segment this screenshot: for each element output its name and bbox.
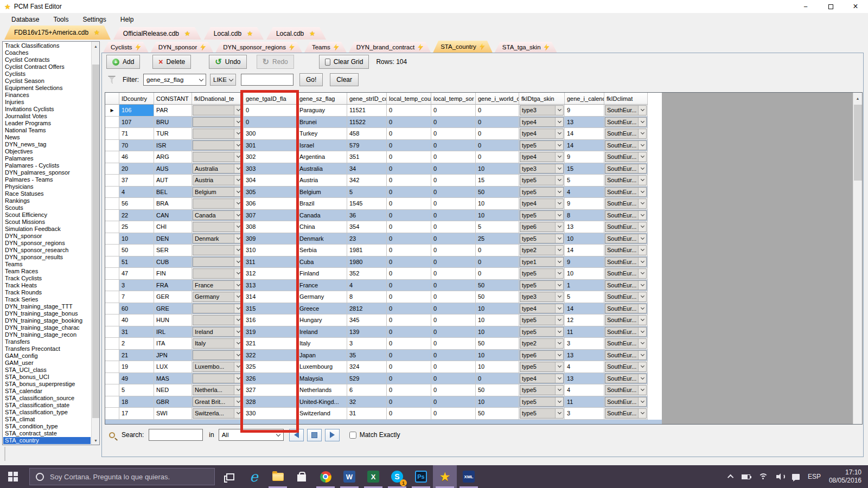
grid-cell-local_temp_sor[interactable]: 0 bbox=[431, 221, 476, 233]
grid-cell-fkIDtga_skin[interactable]: type5 bbox=[519, 187, 565, 198]
grid-cell-local_temp_sor[interactable]: 0 bbox=[431, 326, 476, 338]
grid-cell-IDcountry[interactable]: 10 bbox=[119, 233, 154, 245]
word-icon[interactable]: W bbox=[337, 465, 361, 488]
cell-dropdown[interactable] bbox=[193, 268, 242, 279]
sidebar-item-Cyclist Season[interactable]: Cyclist Season bbox=[3, 78, 91, 85]
row-indicator[interactable] bbox=[105, 210, 119, 222]
grid-cell-local_temp_sor[interactable]: 0 bbox=[431, 314, 476, 326]
grid-cell-gene_i_calenda[interactable]: 12 bbox=[565, 314, 604, 326]
grid-cell-fkIDclimat[interactable]: SouthEur... bbox=[604, 117, 648, 129]
grid-cell-fkIDtga_skin[interactable]: type5 bbox=[519, 210, 565, 222]
cell-dropdown[interactable]: type5 bbox=[520, 385, 564, 395]
grid-cell-gene_i_calenda[interactable]: 14 bbox=[565, 128, 604, 140]
grid-cell-gene_i_calenda[interactable]: 13 bbox=[565, 350, 604, 362]
grid-cell-gene_i_calenda[interactable]: 9 bbox=[565, 198, 604, 210]
grid-cell-CONSTANT[interactable]: JPN bbox=[154, 350, 192, 362]
grid-cell-fkIDtga_skin[interactable]: type1 bbox=[519, 256, 565, 268]
grid-cell-gene_i_calenda[interactable]: 11 bbox=[565, 326, 604, 338]
grid-cell-fkIDclimat[interactable]: SouthEur... bbox=[604, 140, 648, 152]
grid-cell-gene_sz_flag[interactable]: Cuba bbox=[297, 256, 347, 268]
cell-dropdown[interactable] bbox=[193, 140, 242, 151]
cell-dropdown[interactable]: type1 bbox=[520, 257, 564, 267]
cell-dropdown[interactable]: type5 bbox=[520, 280, 564, 291]
grid-cell-CONSTANT[interactable]: NED bbox=[154, 384, 192, 396]
grid-cell-IDcountry[interactable]: 60 bbox=[119, 303, 154, 315]
grid-cell-gene_strID_cou[interactable]: 11521 bbox=[347, 105, 387, 117]
grid-cell-local_temp_sor[interactable]: 0 bbox=[431, 210, 476, 222]
grid-cell-local_temp_cou[interactable]: 0 bbox=[387, 314, 431, 326]
row-indicator[interactable] bbox=[105, 128, 119, 140]
cell-dropdown[interactable]: SouthEur... bbox=[605, 257, 647, 267]
cell-dropdown[interactable]: type5 bbox=[520, 315, 564, 325]
row-indicator[interactable] bbox=[105, 175, 119, 187]
row-indicator[interactable] bbox=[105, 256, 119, 268]
filter-column-select[interactable]: gene_sz_flag bbox=[143, 74, 206, 86]
grid-cell-IDcountry[interactable]: 19 bbox=[119, 361, 154, 373]
grid-cell-fkIDnational_te[interactable] bbox=[192, 221, 244, 233]
grid-cell-gene_sz_flag[interactable]: Netherlands bbox=[297, 384, 347, 396]
column-header-gene_i_calenda[interactable]: gene_i_calenda bbox=[565, 93, 604, 105]
column-header-gene_strID_cou[interactable]: gene_strID_cou bbox=[347, 93, 387, 105]
grid-cell-local_temp_cou[interactable]: 0 bbox=[387, 256, 431, 268]
cell-dropdown[interactable]: type5 bbox=[520, 268, 564, 279]
cell-dropdown[interactable]: SouthEur... bbox=[605, 245, 647, 255]
cell-dropdown[interactable] bbox=[193, 222, 242, 232]
grid-cell-gene_tgaID_fla[interactable]: 300 bbox=[244, 128, 297, 140]
speaker-icon[interactable] bbox=[776, 473, 784, 480]
table-tab-DYN_sponsor_regions[interactable]: DYN_sponsor_regions bbox=[215, 42, 302, 53]
grid-cell-gene_i_world_c[interactable]: 0 bbox=[476, 268, 519, 280]
grid-cell-local_temp_cou[interactable]: 0 bbox=[387, 280, 431, 292]
grid-cell-fkIDnational_te[interactable]: Belgium bbox=[192, 187, 244, 198]
cell-dropdown[interactable] bbox=[193, 257, 242, 267]
undo-button[interactable]: ↺ Undo bbox=[209, 55, 246, 69]
grid-cell-gene_i_calenda[interactable]: 9 bbox=[565, 256, 604, 268]
grid-cell-local_temp_sor[interactable]: 0 bbox=[431, 256, 476, 268]
cell-dropdown[interactable]: SouthEur... bbox=[605, 327, 647, 337]
grid-cell-gene_i_world_c[interactable]: 0 bbox=[476, 140, 519, 152]
grid-cell-gene_tgaID_fla[interactable]: 0 bbox=[244, 117, 297, 129]
sidebar-item-Journalist Votes[interactable]: Journalist Votes bbox=[3, 113, 91, 120]
row-indicator[interactable] bbox=[105, 361, 119, 373]
grid-cell-IDcountry[interactable]: 3 bbox=[119, 280, 154, 292]
grid-cell-CONSTANT[interactable]: CHI bbox=[154, 221, 192, 233]
grid-cell-fkIDnational_te[interactable]: Australia bbox=[192, 163, 244, 175]
cell-dropdown[interactable] bbox=[193, 117, 242, 127]
grid-cell-gene_sz_flag[interactable]: Hungary bbox=[297, 314, 347, 326]
grid-cell-gene_strID_cou[interactable]: 11522 bbox=[347, 117, 387, 129]
grid-cell-gene_strID_cou[interactable]: 36 bbox=[347, 210, 387, 222]
grid-cell-IDcountry[interactable]: 107 bbox=[119, 117, 154, 129]
sidebar-item-Cyclist Contracts[interactable]: Cyclist Contracts bbox=[3, 56, 91, 63]
grid-cell-IDcountry[interactable]: 37 bbox=[119, 175, 154, 187]
tray-expand-icon[interactable] bbox=[727, 474, 733, 480]
grid-cell-local_temp_cou[interactable]: 0 bbox=[387, 373, 431, 385]
grid-cell-gene_i_world_c[interactable]: 25 bbox=[476, 233, 519, 245]
grid-cell-IDcountry[interactable]: 31 bbox=[119, 326, 154, 338]
grid-cell-gene_sz_flag[interactable]: Switzerland bbox=[297, 408, 347, 420]
grid-cell-gene_sz_flag[interactable]: Belgium bbox=[297, 187, 347, 198]
grid-cell-local_temp_sor[interactable]: 0 bbox=[431, 280, 476, 292]
row-indicator[interactable] bbox=[105, 384, 119, 396]
cell-dropdown[interactable]: Denmark bbox=[193, 234, 242, 244]
cell-dropdown[interactable]: SouthEur... bbox=[605, 164, 647, 174]
grid-cell-local_temp_sor[interactable]: 0 bbox=[431, 291, 476, 303]
grid-cell-fkIDtga_skin[interactable]: type5 bbox=[519, 268, 565, 280]
grid-cell-CONSTANT[interactable]: DEN bbox=[154, 233, 192, 245]
sidebar-item-STA_calendar[interactable]: STA_calendar bbox=[3, 388, 91, 395]
grid-cell-fkIDtga_skin[interactable]: type4 bbox=[519, 303, 565, 315]
add-button[interactable]: + Add bbox=[106, 55, 140, 69]
grid-cell-local_temp_cou[interactable]: 0 bbox=[387, 128, 431, 140]
grid-cell-fkIDtga_skin[interactable]: type3 bbox=[519, 105, 565, 117]
redo-button[interactable]: ↻ Redo bbox=[257, 55, 294, 69]
row-indicator[interactable] bbox=[105, 326, 119, 338]
grid-cell-fkIDnational_te[interactable] bbox=[192, 350, 244, 362]
grid-cell-IDcountry[interactable]: 49 bbox=[119, 373, 154, 385]
cell-dropdown[interactable]: Germany bbox=[193, 292, 242, 302]
column-header-local_temp_sor[interactable]: local_temp_sor bbox=[431, 93, 476, 105]
grid-cell-fkIDtga_skin[interactable]: type6 bbox=[519, 350, 565, 362]
row-indicator[interactable] bbox=[105, 291, 119, 303]
grid-cell-gene_i_world_c[interactable]: 50 bbox=[476, 187, 519, 198]
delete-button[interactable]: × Delete bbox=[152, 55, 191, 69]
grid-cell-fkIDtga_skin[interactable]: type5 bbox=[519, 384, 565, 396]
search-scope-select[interactable]: All bbox=[219, 429, 284, 441]
scroll-down-icon[interactable]: ▼ bbox=[92, 436, 100, 445]
